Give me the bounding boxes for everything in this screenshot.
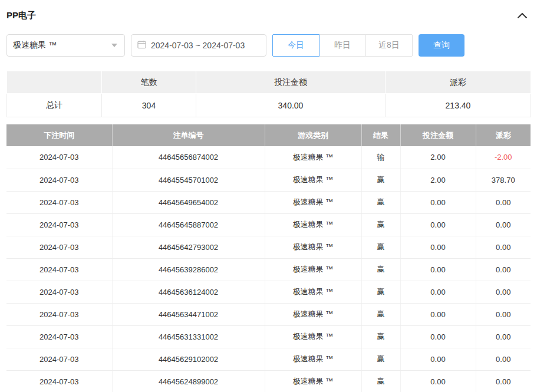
quick-range-group: 今日 昨日 近8日 [272,34,413,57]
cell-result: 赢 [361,258,400,281]
query-button[interactable]: 查询 [419,34,464,57]
summary-total-payout: 213.40 [386,94,531,117]
cell-bet-id: 44645634471002 [112,303,265,325]
cell-bet-id: 44645636124002 [112,281,265,303]
date-range-value: 2024-07-03 ~ 2024-07-03 [151,41,245,50]
table-row: 2024-07-0344645642793002极速糖果 ™赢0.000.00 [6,236,531,258]
cell-bet-time: 2024-07-03 [6,303,112,325]
header-bet-amount: 投注金额 [400,124,476,146]
quick-range-last8days[interactable]: 近8日 [365,34,413,57]
cell-payout: 0.00 [476,325,531,348]
table-row: 2024-07-0344645639286002极速糖果 ™赢0.000.00 [6,258,531,281]
cell-bet-time: 2024-07-03 [6,169,112,191]
game-select-value: 极速糖果 ™ [13,40,57,51]
cell-bet-amount: 0.00 [400,191,476,213]
cell-result: 赢 [361,236,400,258]
cell-result: 赢 [361,303,400,325]
table-row: 2024-07-0344645624899002极速糖果 ™赢0.000.00 [6,370,531,392]
cell-bet-time: 2024-07-03 [6,213,112,236]
quick-range-yesterday[interactable]: 昨日 [319,34,366,57]
bet-table-body: 2024-07-0344645656874002极速糖果 ™输2.00-2.00… [6,146,531,392]
cell-bet-amount: 0.00 [400,258,476,281]
cell-bet-time: 2024-07-03 [6,348,112,370]
cell-game-type: 极速糖果 ™ [265,258,361,281]
cell-payout: 0.00 [476,303,531,325]
cell-bet-time: 2024-07-03 [6,325,112,348]
cell-game-type: 极速糖果 ™ [265,146,361,169]
summary-table: 笔数 投注金额 派彩 总计 304 340.00 213.40 [6,71,531,117]
cell-bet-time: 2024-07-03 [6,281,112,303]
cell-bet-amount: 2.00 [400,169,476,191]
cell-bet-amount: 2.00 [400,146,476,169]
cell-bet-time: 2024-07-03 [6,146,112,169]
cell-result: 赢 [361,281,400,303]
panel-header: PP电子 [0,0,537,28]
cell-game-type: 极速糖果 ™ [265,281,361,303]
cell-game-type: 极速糖果 ™ [265,370,361,392]
summary-total-bet-amount: 340.00 [196,94,386,117]
cell-payout: 0.00 [476,258,531,281]
cell-bet-time: 2024-07-03 [6,191,112,213]
filter-bar: 极速糖果 ™ 2024-07-03 ~ 2024-07-03 今日 昨日 近8日… [0,28,537,57]
chevron-up-icon [518,11,527,20]
cell-bet-time: 2024-07-03 [6,236,112,258]
summary-header-row: 笔数 投注金额 派彩 [7,71,531,94]
cell-bet-amount: 0.00 [400,325,476,348]
header-bet-time: 下注时间 [6,124,112,146]
table-row: 2024-07-0344645631331002极速糖果 ™赢0.000.00 [6,325,531,348]
summary-header-payout: 派彩 [386,71,531,94]
summary-header-count: 笔数 [102,71,196,94]
bet-table-header-row: 下注时间 注单编号 游戏类别 结果 投注金额 派彩 [6,124,531,146]
collapse-button[interactable] [516,9,528,21]
cell-bet-id: 44645642793002 [112,236,265,258]
cell-bet-time: 2024-07-03 [6,258,112,281]
header-result: 结果 [361,124,400,146]
cell-result: 赢 [361,325,400,348]
table-row: 2024-07-0344645545701002极速糖果 ™赢2.00378.7… [6,169,531,191]
cell-game-type: 极速糖果 ™ [265,303,361,325]
cell-bet-id: 44645629102002 [112,348,265,370]
game-select[interactable]: 极速糖果 ™ [6,34,125,57]
cell-bet-id: 44645624899002 [112,370,265,392]
cell-payout: 0.00 [476,370,531,392]
cell-game-type: 极速糖果 ™ [265,213,361,236]
cell-payout: 378.70 [476,169,531,191]
cell-game-type: 极速糖果 ™ [265,169,361,191]
header-game-type: 游戏类别 [265,124,361,146]
cell-payout: 0.00 [476,281,531,303]
date-range-input[interactable]: 2024-07-03 ~ 2024-07-03 [131,34,266,57]
cell-game-type: 极速糖果 ™ [265,325,361,348]
cell-bet-id: 44645656874002 [112,146,265,169]
table-row: 2024-07-0344645649654002极速糖果 ™赢0.000.00 [6,191,531,213]
cell-bet-id: 44645639286002 [112,258,265,281]
cell-bet-amount: 0.00 [400,236,476,258]
cell-payout: -2.00 [476,146,531,169]
table-row: 2024-07-0344645629102002极速糖果 ™赢0.000.00 [6,348,531,370]
cell-game-type: 极速糖果 ™ [265,348,361,370]
cell-result: 赢 [361,348,400,370]
cell-bet-id: 44645649654002 [112,191,265,213]
cell-bet-amount: 0.00 [400,348,476,370]
bet-records-table: 下注时间 注单编号 游戏类别 结果 投注金额 派彩 2024-07-034464… [6,124,531,392]
cell-result: 输 [361,146,400,169]
summary-header-bet-amount: 投注金额 [196,71,386,94]
summary-header-blank [7,71,102,94]
quick-range-today[interactable]: 今日 [272,34,319,57]
cell-result: 赢 [361,370,400,392]
cell-bet-id: 44645645887002 [112,213,265,236]
cell-result: 赢 [361,213,400,236]
summary-total-count: 304 [102,94,196,117]
cell-bet-amount: 0.00 [400,303,476,325]
cell-result: 赢 [361,169,400,191]
cell-bet-time: 2024-07-03 [6,370,112,392]
cell-bet-id: 44645545701002 [112,169,265,191]
cell-payout: 0.00 [476,236,531,258]
cell-bet-amount: 0.00 [400,370,476,392]
cell-result: 赢 [361,191,400,213]
calendar-icon [137,40,146,51]
table-row: 2024-07-0344645656874002极速糖果 ™输2.00-2.00 [6,146,531,169]
cell-payout: 0.00 [476,191,531,213]
cell-payout: 0.00 [476,348,531,370]
header-payout: 派彩 [476,124,531,146]
cell-bet-id: 44645631331002 [112,325,265,348]
